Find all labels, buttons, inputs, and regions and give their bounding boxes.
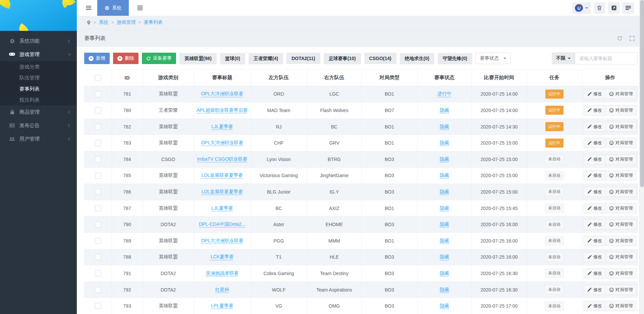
- sidebar-item-team-management[interactable]: 队伍管理: [0, 72, 77, 83]
- match-manage-button[interactable]: 对局管理: [606, 252, 637, 262]
- edit-button[interactable]: 修改: [584, 236, 606, 246]
- row-checkbox[interactable]: [95, 124, 101, 130]
- breadcrumb-item-system[interactable]: 系统: [99, 19, 108, 25]
- search-input[interactable]: [575, 52, 638, 64]
- trash-button[interactable]: [594, 2, 605, 14]
- event-title-link[interactable]: LCK夏季赛: [211, 254, 234, 259]
- game-filter-button-3[interactable]: DOTA2(11): [286, 53, 320, 64]
- edit-button[interactable]: 修改: [584, 285, 606, 295]
- sidebar-item-game-management[interactable]: 游戏管理: [0, 48, 77, 61]
- edit-button[interactable]: 修改: [584, 170, 606, 180]
- match-manage-button[interactable]: 对局管理: [606, 154, 637, 164]
- match-manage-button[interactable]: 对局管理: [606, 301, 637, 311]
- search-scope-select[interactable]: 不限: [552, 52, 575, 64]
- game-filter-button-5[interactable]: CSGO(14): [364, 53, 396, 64]
- event-title-link[interactable]: 红星杯: [215, 287, 229, 292]
- match-manage-button[interactable]: 对局管理: [606, 170, 637, 180]
- event-title-link[interactable]: OPL大洋洲职业联赛: [201, 91, 243, 96]
- game-filter-button-6[interactable]: 绝地求生(0): [400, 53, 434, 64]
- event-title-link[interactable]: 亚洲挑战者联赛: [206, 270, 239, 276]
- select-all-checkbox[interactable]: [95, 75, 101, 81]
- row-checkbox[interactable]: [95, 107, 101, 113]
- menu-icon[interactable]: [84, 4, 93, 12]
- sidebar-item-game-category[interactable]: 游戏分类: [0, 61, 77, 72]
- event-status-link[interactable]: 隐藏: [440, 270, 449, 276]
- edit-button[interactable]: 修改: [584, 105, 606, 115]
- edit-button[interactable]: 修改: [584, 203, 606, 213]
- event-title-link[interactable]: LDL发展联赛夏季赛: [202, 172, 243, 178]
- row-checkbox[interactable]: [95, 287, 101, 293]
- event-status-link[interactable]: 隐藏: [440, 140, 449, 145]
- game-filter-button-7[interactable]: 守望先锋(0): [438, 53, 472, 64]
- game-filter-button-1[interactable]: 篮球(0): [220, 53, 245, 64]
- event-status-link[interactable]: 隐藏: [440, 254, 449, 259]
- edit-button[interactable]: 修改: [584, 268, 606, 278]
- tab-system[interactable]: 系统: [97, 0, 129, 16]
- event-status-link[interactable]: 隐藏: [440, 221, 449, 227]
- edit-button[interactable]: 修改: [584, 89, 606, 99]
- row-checkbox[interactable]: [95, 140, 101, 146]
- row-checkbox[interactable]: [95, 238, 101, 244]
- sidebar-item-event-list[interactable]: 赛事列表: [0, 83, 77, 94]
- match-manage-button[interactable]: 对局管理: [606, 122, 637, 132]
- sidebar-item-product-management[interactable]: 商品管理: [0, 105, 77, 119]
- match-manage-button[interactable]: 对局管理: [606, 285, 637, 295]
- event-title-link[interactable]: LPL夏季赛: [211, 303, 233, 308]
- open-window-button[interactable]: [608, 2, 620, 14]
- sidebar-item-system-functions[interactable]: 系统功能: [0, 34, 77, 48]
- match-manage-button[interactable]: 对局管理: [606, 138, 637, 148]
- row-checkbox[interactable]: [95, 189, 101, 195]
- match-manage-button[interactable]: 对局管理: [606, 105, 637, 115]
- match-manage-button[interactable]: 对局管理: [606, 203, 637, 213]
- edit-button[interactable]: 修改: [584, 154, 606, 164]
- page-scrollbar[interactable]: [639, 0, 644, 314]
- row-checkbox[interactable]: [95, 156, 101, 162]
- row-checkbox[interactable]: [95, 91, 101, 97]
- sidebar-item-bet-list[interactable]: 投注列表: [0, 94, 77, 105]
- event-status-link[interactable]: 隐藏: [440, 189, 449, 194]
- edit-button[interactable]: 修改: [584, 252, 606, 262]
- event-status-link[interactable]: 隐藏: [440, 238, 449, 243]
- event-status-link[interactable]: 隐藏: [440, 172, 449, 178]
- match-manage-button[interactable]: 对局管理: [606, 236, 637, 246]
- row-checkbox[interactable]: [95, 205, 101, 211]
- edit-button[interactable]: 修改: [584, 122, 606, 132]
- event-title-link[interactable]: OPL大洋洲职业联赛: [201, 238, 243, 243]
- edit-button[interactable]: 修改: [584, 301, 606, 311]
- sidebar-item-announcement[interactable]: 发布公告: [0, 119, 77, 132]
- event-title-link[interactable]: LJL夏季赛: [211, 124, 233, 129]
- game-filter-button-2[interactable]: 王者荣耀(4): [249, 53, 283, 64]
- event-title-link[interactable]: ImbaTV CSGO职业联赛: [197, 156, 247, 162]
- fullscreen-icon[interactable]: [630, 36, 635, 41]
- sidebar-item-user-management[interactable]: 用户管理: [0, 132, 77, 146]
- breadcrumb-item-event-list[interactable]: 赛事列表: [144, 19, 163, 25]
- event-status-link[interactable]: 进行中: [437, 91, 451, 96]
- match-manage-button[interactable]: 对局管理: [606, 89, 637, 99]
- row-checkbox[interactable]: [95, 303, 101, 309]
- event-title-link[interactable]: APL超级职业联赛季后赛: [197, 107, 248, 113]
- apps-grid-icon[interactable]: [136, 3, 145, 12]
- event-title-link[interactable]: DPL-CDA中国Dota2...: [199, 221, 245, 227]
- event-status-select[interactable]: 赛事状态: [476, 53, 511, 64]
- add-button[interactable]: + 新增: [84, 53, 110, 64]
- delete-button[interactable]: × 删除: [113, 53, 139, 64]
- event-status-link[interactable]: 隐藏: [440, 205, 449, 211]
- event-status-link[interactable]: 隐藏: [440, 124, 449, 129]
- edit-button[interactable]: 修改: [584, 219, 606, 229]
- match-manage-button[interactable]: 对局管理: [606, 268, 637, 278]
- user-menu-button[interactable]: U: [572, 2, 591, 14]
- row-checkbox[interactable]: [95, 270, 101, 276]
- row-checkbox[interactable]: [95, 254, 101, 260]
- event-title-link[interactable]: OPL大洋洲职业联赛: [201, 140, 243, 145]
- game-filter-button-0[interactable]: 英雄联盟(98): [179, 53, 217, 64]
- event-title-link[interactable]: LJL夏季赛: [211, 205, 233, 211]
- event-status-link[interactable]: 隐藏: [440, 287, 449, 292]
- edit-button[interactable]: 修改: [584, 138, 606, 148]
- match-manage-button[interactable]: 对局管理: [606, 187, 637, 197]
- row-checkbox[interactable]: [95, 173, 101, 179]
- refresh-icon[interactable]: [617, 36, 622, 41]
- game-filter-button-4[interactable]: 足球赛事(10): [324, 53, 361, 64]
- list-toggle-button[interactable]: [623, 2, 634, 14]
- breadcrumb-item-game-management[interactable]: 游戏管理: [117, 19, 136, 25]
- event-status-link[interactable]: 隐藏: [440, 107, 449, 113]
